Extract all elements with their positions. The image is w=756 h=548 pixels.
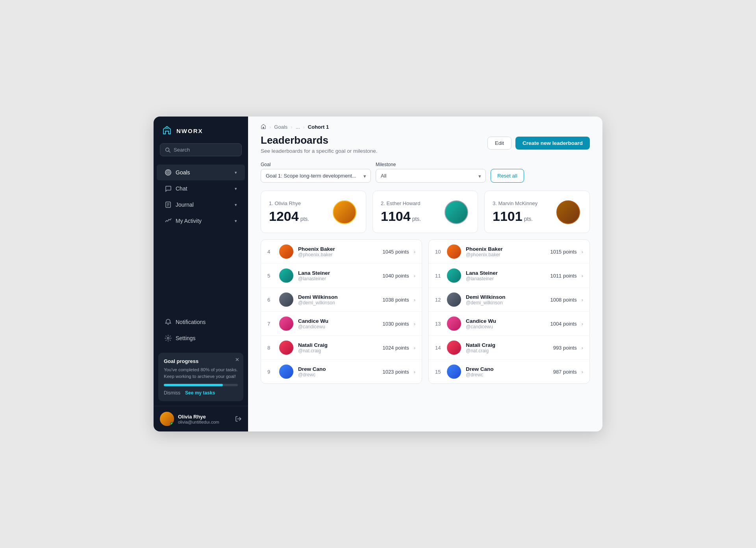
top3-rank-name: 1. Olivia Rhye [269, 200, 309, 206]
sidebar-item-label: Goals [176, 169, 231, 176]
milestone-select[interactable]: All [376, 169, 486, 183]
top3-left-2: 2. Esther Howard 1104 pts. [381, 200, 421, 224]
page-title-block: Leaderboards See leaderboards for a spec… [261, 134, 377, 154]
page-subtitle: See leaderboards for a specific goal or … [261, 148, 377, 154]
user-handle: @candicewu [298, 324, 378, 330]
top3-avatar-1 [333, 200, 356, 224]
rank-number: 13 [435, 321, 442, 327]
row-chevron-icon[interactable]: › [582, 249, 583, 255]
svg-rect-10 [263, 127, 264, 128]
sidebar-item-goals[interactable]: Goals ▾ [157, 165, 245, 180]
user-handle: @candicewu [466, 324, 545, 330]
logout-icon[interactable] [235, 415, 242, 422]
logo-icon [161, 125, 172, 136]
table-row: 12 Demi Wilkinson @demi_wilkinson 1008 p… [429, 288, 589, 312]
row-chevron-icon[interactable]: › [582, 369, 583, 375]
table-row: 14 Natali Craig @nat.craig 993 points › [429, 336, 589, 360]
row-chevron-icon[interactable]: › [582, 345, 583, 351]
edit-button[interactable]: Edit [487, 137, 511, 150]
row-chevron-icon[interactable]: › [582, 321, 583, 327]
row-chevron-icon[interactable]: › [582, 273, 583, 279]
top3-avatar-3 [556, 200, 580, 224]
milestone-filter-group: Milestone All ▾ [376, 162, 486, 183]
avatar [447, 268, 461, 283]
breadcrumb-home-icon[interactable] [261, 124, 266, 130]
sidebar-item-label: My Activity [176, 218, 231, 224]
right-leaderboard-table: 10 Phoenix Baker @phoenix.baker 1015 poi… [428, 239, 590, 384]
top3-avatar-wrap-1 [331, 199, 358, 226]
top3-points: 1104 [381, 209, 411, 224]
top3-pts-label: pts. [412, 216, 421, 222]
page-title: Leaderboards [261, 134, 377, 146]
points-value: 1011 points [550, 273, 576, 279]
points-value: 1004 points [550, 321, 576, 327]
close-card-button[interactable]: ✕ [235, 357, 239, 363]
user-name: Natali Craig [298, 342, 378, 348]
breadcrumb-cohort[interactable]: Cohort 1 [308, 124, 329, 130]
user-name: Candice Wu [466, 318, 545, 324]
goal-filter-group: Goal Goal 1: Scope long-term development… [261, 162, 371, 183]
breadcrumb-ellipsis[interactable]: ... [296, 124, 300, 130]
table-row: 13 Candice Wu @candicewu 1004 points › [429, 312, 589, 336]
avatar [279, 293, 293, 307]
rank-number: 14 [435, 345, 442, 351]
goal-select[interactable]: Goal 1: Scope long-term development... [261, 169, 371, 183]
top3-card-3: 3. Marvin McKinney 1101 pts. [484, 191, 590, 233]
dismiss-button[interactable]: Dismiss [164, 390, 180, 396]
avatar [279, 341, 293, 355]
top3-avatar-2 [445, 200, 468, 224]
user-handle: @phoenix.baker [466, 252, 545, 257]
user-profile: Olivia Rhye olivia@untitleduı.com [154, 406, 248, 431]
rank-number: 12 [435, 297, 442, 303]
sidebar-item-notifications[interactable]: Notifications [157, 314, 245, 330]
chevron-down-icon: ▾ [235, 218, 237, 224]
filters-row: Goal Goal 1: Scope long-term development… [248, 162, 602, 191]
sidebar-item-label: Journal [176, 202, 231, 208]
sidebar-item-settings[interactable]: Settings [157, 330, 245, 346]
avatar [279, 317, 293, 331]
avatar [447, 244, 461, 259]
user-name: Lana Steiner [466, 270, 545, 276]
create-leaderboard-button[interactable]: Create new leaderboard [515, 137, 590, 150]
main-content: › Goals › ... › Cohort 1 Leaderboards Se… [248, 117, 602, 431]
points-value: 987 points [553, 369, 577, 375]
rank-number: 10 [435, 249, 442, 255]
user-info: Phoenix Baker @phoenix.baker [466, 246, 545, 257]
row-chevron-icon[interactable]: › [414, 369, 415, 375]
avatar [279, 268, 293, 283]
row-chevron-icon[interactable]: › [414, 321, 415, 327]
sidebar-item-activity[interactable]: My Activity ▾ [157, 213, 245, 229]
user-info: Natali Craig @nat.craig [298, 342, 378, 354]
top3-points: 1204 [269, 209, 299, 224]
points-value: 993 points [553, 345, 577, 351]
user-info: Demi Wilkinson @demi_wilkinson [298, 294, 378, 305]
row-chevron-icon[interactable]: › [414, 249, 415, 255]
search-icon [165, 147, 170, 153]
reset-all-button[interactable]: Reset all [491, 169, 524, 183]
search-input[interactable]: Search [160, 143, 242, 156]
row-chevron-icon[interactable]: › [582, 297, 583, 303]
user-name: Phoenix Baker [466, 246, 545, 252]
progress-bar-fill [164, 384, 223, 386]
points-value: 1008 points [550, 297, 576, 303]
row-chevron-icon[interactable]: › [414, 273, 415, 279]
points-value: 1015 points [550, 249, 576, 255]
row-chevron-icon[interactable]: › [414, 297, 415, 303]
rank-number: 9 [267, 369, 274, 375]
rank-number: 8 [267, 345, 274, 351]
sidebar-item-journal[interactable]: Journal ▾ [157, 197, 245, 213]
user-handle: @demi_wilkinson [298, 300, 378, 305]
user-handle: @demi_wilkinson [466, 300, 545, 305]
user-name: Olivia Rhye [178, 414, 231, 420]
rank-number: 4 [267, 249, 274, 255]
avatar [160, 412, 174, 426]
svg-point-4 [168, 172, 169, 173]
search-placeholder: Search [174, 147, 190, 153]
bell-icon [165, 318, 172, 326]
row-chevron-icon[interactable]: › [414, 345, 415, 351]
user-info: Drew Cano @drewc [466, 366, 548, 378]
sidebar-item-chat[interactable]: Chat ▾ [157, 181, 245, 196]
breadcrumb-goals[interactable]: Goals [274, 124, 287, 130]
top3-pts-label: pts. [524, 216, 533, 222]
see-tasks-button[interactable]: See my tasks [185, 390, 215, 396]
